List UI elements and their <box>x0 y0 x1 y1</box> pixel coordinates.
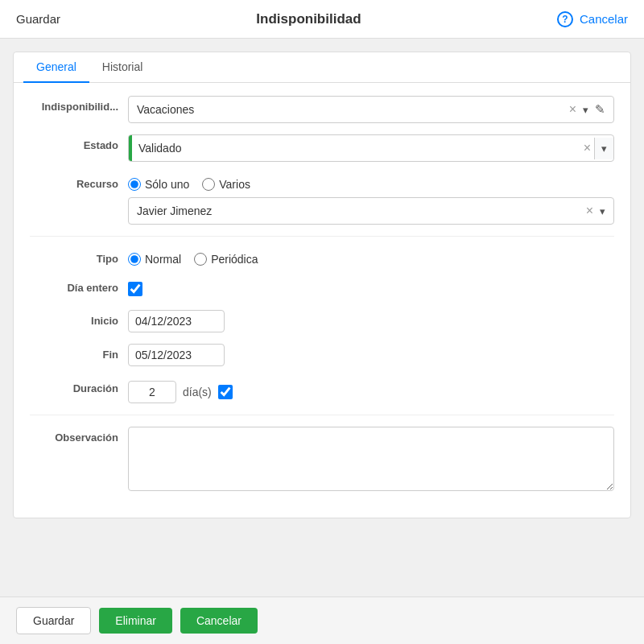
tipo-periodica-label: Periódica <box>211 253 258 266</box>
tipo-normal[interactable]: Normal <box>128 253 181 266</box>
recurso-dropdown-btn[interactable] <box>597 205 609 217</box>
recurso-solo-uno-radio[interactable] <box>128 178 141 191</box>
guardar-button[interactable]: Guardar <box>16 607 91 634</box>
form-card: General Historial Indisponibilid... Vaca… <box>13 52 631 518</box>
fin-control <box>128 344 614 366</box>
recurso-solo-uno[interactable]: Sólo uno <box>128 178 189 191</box>
duracion-unit-label: día(s) <box>183 386 212 398</box>
main-content: General Historial Indisponibilid... Vaca… <box>0 39 644 597</box>
inicio-label: Inicio <box>30 310 118 327</box>
duracion-label: Duración <box>30 378 118 394</box>
divider-2 <box>30 415 614 415</box>
dia-entero-control <box>128 277 614 299</box>
dia-entero-checkbox[interactable] <box>128 282 142 296</box>
observacion-label: Observación <box>30 427 118 444</box>
topbar-cancel[interactable]: Cancelar <box>580 12 628 26</box>
dia-entero-label: Día entero <box>30 277 118 294</box>
duracion-control: día(s) <box>128 378 614 403</box>
tabs: General Historial <box>14 52 630 83</box>
topbar: Guardar Indisponibilidad ? Cancelar <box>0 0 644 39</box>
estado-select[interactable]: Validado × <box>128 134 614 162</box>
tab-historial[interactable]: Historial <box>89 52 156 83</box>
duracion-checkbox[interactable] <box>218 385 233 399</box>
duracion-wrap: día(s) <box>128 378 614 403</box>
form-body: Indisponibilid... Vacaciones × Estado <box>14 83 630 518</box>
recurso-varios-radio[interactable] <box>202 178 215 191</box>
fin-row: Fin <box>30 344 614 366</box>
estado-value: Validado <box>132 138 580 158</box>
estado-control: Validado × <box>128 134 614 162</box>
recurso-varios[interactable]: Varios <box>202 178 250 191</box>
tipo-label: Tipo <box>30 248 118 265</box>
indisponibilidad-dropdown-btn[interactable] <box>580 104 592 116</box>
tab-general[interactable]: General <box>23 52 89 83</box>
tipo-row: Tipo Normal Periódica <box>30 248 614 266</box>
recurso-label: Recurso <box>30 173 118 190</box>
duracion-input[interactable] <box>128 381 176 403</box>
recurso-varios-label: Varios <box>219 178 250 191</box>
cancelar-button[interactable]: Cancelar <box>180 608 258 634</box>
estado-label: Estado <box>30 134 118 151</box>
indisponibilidad-clear-btn[interactable]: × <box>566 103 580 116</box>
observacion-textarea[interactable] <box>128 427 614 491</box>
observacion-control <box>128 427 614 493</box>
dia-entero-row: Día entero <box>30 277 614 299</box>
recurso-control: Sólo uno Varios Javier Jimenez × <box>128 173 614 225</box>
recurso-value: Javier Jimenez <box>134 201 583 221</box>
estado-clear-btn[interactable]: × <box>580 141 594 155</box>
tipo-control: Normal Periódica <box>128 248 614 266</box>
inicio-control <box>128 310 614 332</box>
indisponibilidad-control: Vacaciones × <box>128 96 614 123</box>
eliminar-button[interactable]: Eliminar <box>99 608 172 634</box>
fin-input[interactable] <box>128 344 225 366</box>
topbar-actions: ? Cancelar <box>557 11 628 27</box>
fin-label: Fin <box>30 344 118 361</box>
recurso-select[interactable]: Javier Jimenez × <box>128 197 614 225</box>
page: Guardar Indisponibilidad ? Cancelar Gene… <box>0 0 644 644</box>
recurso-radio-group: Sólo uno Varios <box>128 173 614 191</box>
tipo-normal-label: Normal <box>145 253 181 266</box>
estado-dropdown-btn[interactable] <box>594 138 613 159</box>
inicio-row: Inicio <box>30 310 614 332</box>
recurso-clear-btn[interactable]: × <box>583 204 597 217</box>
indisponibilidad-select[interactable]: Vacaciones × <box>128 96 614 123</box>
tipo-radio-group: Normal Periódica <box>128 248 614 266</box>
indisponibilidad-label: Indisponibilid... <box>30 96 118 113</box>
help-icon[interactable]: ? <box>557 11 573 27</box>
recurso-row: Recurso Sólo uno Varios <box>30 173 614 225</box>
observacion-row: Observación <box>30 427 614 493</box>
estado-row: Estado Validado × <box>30 134 614 162</box>
divider-1 <box>30 236 614 237</box>
indisponibilidad-row: Indisponibilid... Vacaciones × <box>30 96 614 123</box>
duracion-row: Duración día(s) <box>30 378 614 403</box>
indisponibilidad-value: Vacaciones <box>134 100 566 119</box>
tipo-normal-radio[interactable] <box>128 253 141 266</box>
tipo-periodica-radio[interactable] <box>194 253 207 266</box>
topbar-title: Indisponibilidad <box>256 11 361 27</box>
tipo-periodica[interactable]: Periódica <box>194 253 258 266</box>
topbar-save[interactable]: Guardar <box>16 12 60 26</box>
indisponibilidad-edit-btn[interactable] <box>592 102 609 117</box>
recurso-solo-uno-label: Sólo uno <box>145 178 189 191</box>
inicio-input[interactable] <box>128 310 225 332</box>
bottombar: Guardar Eliminar Cancelar <box>0 597 644 644</box>
